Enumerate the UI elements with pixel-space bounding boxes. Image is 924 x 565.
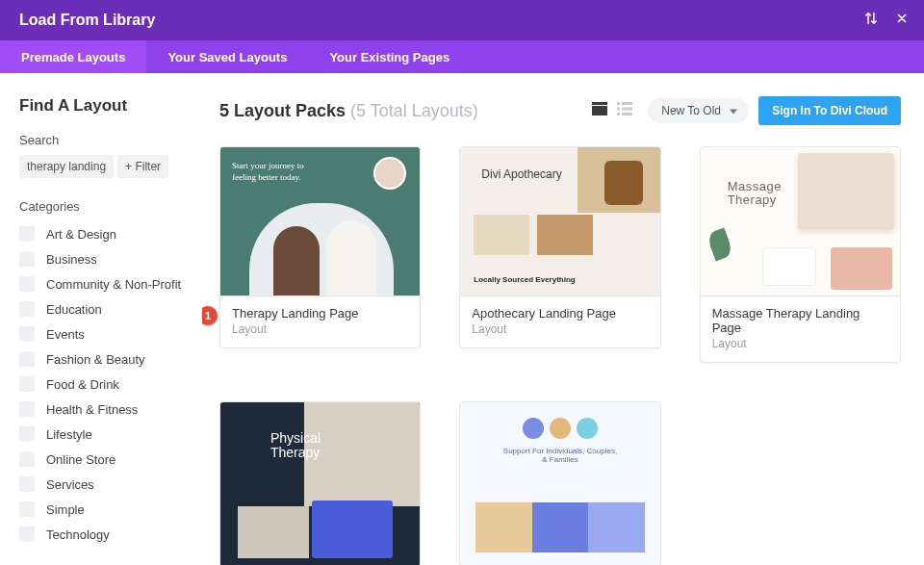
sort-arrows-icon[interactable] [864,12,878,29]
thumb-person [326,220,376,295]
layout-thumbnail: PhysicalTherapy [219,401,421,565]
category-item[interactable]: Food & Drink [19,372,187,397]
grid-view-icon[interactable] [592,102,607,119]
category-label: Lifestyle [46,427,92,442]
category-label: Online Store [46,452,116,467]
thumb-brand: PhysicalTherapy [270,431,321,461]
category-item[interactable]: Health & Fitness [19,397,187,422]
svg-rect-7 [622,113,632,116]
checkbox-icon[interactable] [19,526,35,542]
checkbox-icon[interactable] [19,501,35,517]
results-count: 5 Layout Packs [219,101,346,120]
category-item[interactable]: Community & Non-Profit [19,271,187,296]
svg-rect-4 [617,108,620,111]
category-label: Events [46,327,85,342]
layout-card[interactable]: Divi Apothecary Locally Sourced Everythi… [459,146,660,363]
checkbox-icon[interactable] [19,401,35,417]
category-item[interactable]: Simple [19,497,187,522]
layout-thumbnail: MassageTherapy [700,146,901,296]
layout-card[interactable]: PhysicalTherapy Physical Therapy Landing… [219,401,421,565]
category-item[interactable]: Lifestyle [19,422,187,447]
category-label: Technology [46,527,110,542]
layout-subtitle: Layout [712,337,888,350]
layout-subtitle: Layout [472,322,648,336]
results-title: 5 Layout Packs (5 Total Layouts) [219,101,478,121]
thumb-photo [474,215,529,255]
checkbox-icon[interactable] [19,351,35,367]
thumb-card [312,501,393,558]
category-list: Art & Design Business Community & Non-Pr… [19,221,187,547]
modal-header: Load From Library [0,0,924,40]
sort-select[interactable]: New To Old [648,98,749,123]
thumb-brand: MassageTherapy [728,180,782,208]
category-label: Art & Design [46,227,116,242]
layout-card[interactable]: 1 Start your journey to feeling better t… [219,146,421,363]
checkbox-icon[interactable] [19,301,35,317]
checkbox-icon[interactable] [19,226,35,242]
layout-thumbnail: Start your journey to feeling better tod… [219,146,421,296]
thumb-photo [537,215,593,255]
thumb-people [523,418,598,439]
category-label: Food & Drink [46,377,119,392]
category-label: Simple [46,502,85,517]
checkbox-icon[interactable] [19,476,35,492]
tab-premade-layouts[interactable]: Premade Layouts [0,40,146,73]
thumb-brand: Divi Apothecary [481,168,561,181]
thumb-leaf [706,227,733,261]
category-label: Health & Fitness [46,402,138,417]
category-item[interactable]: Technology [19,522,187,547]
category-item[interactable]: Business [19,246,187,271]
main-area: 5 Layout Packs (5 Total Layouts) New To … [202,73,924,565]
list-view-icon[interactable] [617,102,632,119]
category-item[interactable]: Services [19,472,187,497]
tab-bar: Premade Layouts Your Saved Layouts Your … [0,40,924,73]
thumb-photo [238,506,309,558]
category-label: Fashion & Beauty [46,352,145,367]
thumb-photo [798,153,894,230]
thumb-tagline: Locally Sourced Everything [474,275,575,284]
category-item[interactable]: Fashion & Beauty [19,347,187,372]
tab-your-existing-pages[interactable]: Your Existing Pages [308,40,471,73]
thumb-person [273,226,320,295]
add-filter-button[interactable]: + Filter [117,155,168,178]
layout-subtitle: Layout [232,322,408,336]
checkbox-icon[interactable] [19,326,35,342]
svg-rect-2 [617,102,620,105]
svg-rect-5 [622,108,632,111]
search-label: Search [19,133,187,147]
thumb-headline: Start your journey to feeling better tod… [232,161,309,183]
sidebar-heading: Find A Layout [19,96,187,116]
results-subcount: (5 Total Layouts) [350,101,478,120]
svg-rect-1 [592,106,607,116]
close-icon[interactable] [895,12,909,29]
checkbox-icon[interactable] [19,376,35,392]
view-toggle [592,102,632,119]
thumb-cards [475,502,644,552]
svg-rect-3 [622,102,632,105]
checkbox-icon[interactable] [19,426,35,442]
sidebar: Find A Layout Search therapy landing + F… [0,73,202,565]
svg-rect-0 [592,102,607,105]
category-item[interactable]: Online Store [19,447,187,472]
search-term-tag[interactable]: therapy landing [19,155,114,178]
signin-button[interactable]: Sign In To Divi Cloud [758,96,901,125]
tab-your-saved-layouts[interactable]: Your Saved Layouts [146,40,308,73]
checkbox-icon[interactable] [19,451,35,467]
header-actions [864,12,909,29]
layout-thumbnail: Support For Individuals, Couples, & Fami… [459,401,660,565]
thumb-tagline: Support For Individuals, Couples, & Fami… [502,447,618,464]
thumb-avatar [373,157,406,190]
category-item[interactable]: Art & Design [19,221,187,246]
checkbox-icon[interactable] [19,276,35,292]
category-item[interactable]: Education [19,296,187,321]
layout-title: Massage Therapy Landing Page [712,306,888,335]
layout-card[interactable]: Support For Individuals, Couples, & Fami… [459,401,660,565]
category-item[interactable]: Events [19,321,187,347]
svg-rect-6 [617,113,620,116]
layout-title: Apothecary Landing Page [472,306,648,321]
category-label: Services [46,477,94,492]
thumb-card [762,247,816,286]
layout-card[interactable]: MassageTherapy Massage Therapy Landing P… [700,146,901,363]
layout-thumbnail: Divi Apothecary Locally Sourced Everythi… [459,146,660,296]
checkbox-icon[interactable] [19,251,35,267]
